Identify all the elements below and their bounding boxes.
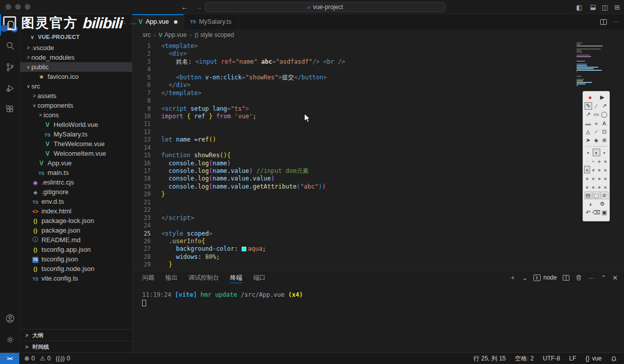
- select-cursor-tool-icon[interactable]: ➤: [585, 136, 592, 144]
- code-line[interactable]: 1<template>: [132, 42, 624, 50]
- extensions-icon[interactable]: [0, 99, 20, 120]
- code-line[interactable]: 6 </div>: [132, 81, 624, 89]
- rect-filled-tool-icon[interactable]: ▬: [585, 119, 592, 127]
- minimap[interactable]: [576, 42, 604, 86]
- record-tool-icon[interactable]: ●: [587, 94, 594, 101]
- code-line[interactable]: 17 console.log(name.value) //input dom元素: [132, 167, 624, 175]
- source-control-icon[interactable]: [0, 57, 20, 78]
- color-2-tool-icon[interactable]: ●: [590, 166, 596, 173]
- code-line[interactable]: 22: [132, 206, 624, 214]
- terminal-output[interactable]: 11:19:24 [vite] hmr update /src/App.vue …: [132, 284, 624, 298]
- code-line[interactable]: 25<style scoped>: [132, 230, 624, 238]
- tree-item-App.vue[interactable]: VApp.vue: [20, 158, 132, 168]
- tree-item-vite.config.ts[interactable]: TSvite.config.ts: [20, 274, 132, 283]
- code-line[interactable]: 3 姓名: <input ref="name" abc="asdfasdf"/>…: [132, 58, 624, 66]
- minimize-window-button[interactable]: [15, 4, 21, 10]
- dot-4-tool-icon[interactable]: ●: [602, 157, 608, 165]
- magnifier-tool-icon[interactable]: ⊕: [601, 136, 608, 144]
- color-swatch-aqua[interactable]: [242, 247, 246, 251]
- code-line[interactable]: 18 console.log(name.value.value): [132, 175, 624, 183]
- code-line[interactable]: 9<script setup lang="ts">: [132, 105, 624, 113]
- status-item-vue[interactable]: {}vue: [586, 355, 602, 362]
- code-line[interactable]: 19 console.log(name.value.getAttribute("…: [132, 183, 624, 191]
- notifications-bell-icon[interactable]: [611, 355, 617, 362]
- toggle-primary-sidebar-icon[interactable]: ◧: [576, 4, 582, 11]
- color-8-tool-icon[interactable]: ●: [602, 174, 608, 182]
- tree-item-package-lock.json[interactable]: {}package-lock.json: [20, 216, 132, 225]
- code-line[interactable]: 14: [132, 144, 624, 152]
- code-line[interactable]: 15function showRes(){: [132, 152, 624, 159]
- back-button[interactable]: ←: [181, 3, 188, 11]
- dot-1-tool-icon[interactable]: ·: [584, 157, 590, 165]
- tree-item-assets[interactable]: >assets: [20, 91, 132, 101]
- terminal-dropdown-icon[interactable]: ⌄: [522, 274, 528, 282]
- panel-tab-调试控制台[interactable]: 调试控制台: [189, 271, 219, 284]
- shape-tool-icon[interactable]: ◬: [585, 128, 592, 135]
- size-medium-tool-icon[interactable]: ▪: [593, 149, 600, 156]
- kill-terminal-icon[interactable]: [575, 274, 582, 281]
- color-5-tool-icon[interactable]: ●: [584, 174, 590, 182]
- color-4-tool-icon[interactable]: ●: [602, 166, 608, 173]
- code-editor[interactable]: 1<template>2 <div>3 姓名: <input ref="name…: [132, 40, 624, 270]
- size-large-tool-icon[interactable]: •: [601, 149, 608, 156]
- tree-item-icons[interactable]: >icons: [20, 110, 132, 120]
- trash-tool-icon[interactable]: ⌫: [593, 209, 600, 216]
- panel-tab-输出[interactable]: 输出: [165, 271, 177, 284]
- color-11-tool-icon[interactable]: ●: [596, 183, 602, 191]
- code-line[interactable]: 23</script>: [132, 214, 624, 222]
- warnings-count[interactable]: ⚠0: [40, 355, 51, 362]
- tree-item-index.html[interactable]: <>index.html: [20, 206, 132, 216]
- maximize-panel-icon[interactable]: ⌃: [601, 274, 606, 282]
- code-line[interactable]: 7</template>: [132, 89, 624, 97]
- tree-item-tsconfig.node.json[interactable]: {}tsconfig.node.json: [20, 264, 132, 274]
- terminal-instance[interactable]: ❯ node: [533, 274, 557, 281]
- color-6-tool-icon[interactable]: ●: [590, 174, 596, 182]
- save-image-tool-icon[interactable]: ▣: [601, 209, 608, 216]
- explorer-icon[interactable]: [0, 14, 20, 35]
- tree-item-README.md[interactable]: ⓘREADME.md: [20, 235, 132, 245]
- tree-item-env.d.ts[interactable]: TSenv.d.ts: [20, 197, 132, 206]
- breadcrumb-item[interactable]: App.vue: [164, 31, 187, 38]
- color-12-tool-icon[interactable]: ●: [602, 183, 608, 191]
- tab-MySalary.ts[interactable]: TSMySalary.ts: [184, 14, 238, 29]
- dirty-dot-icon[interactable]: [174, 20, 177, 24]
- tree-item-.gitignore[interactable]: ◆.gitignore: [20, 187, 132, 197]
- tree-item-MySalary.ts[interactable]: TSMySalary.ts: [20, 129, 132, 139]
- ellipse-tool-icon[interactable]: ◯: [601, 111, 608, 118]
- code-line[interactable]: 8: [132, 97, 624, 105]
- status-item-UTF-8[interactable]: UTF-8: [543, 355, 560, 362]
- sidebar-section-大纲[interactable]: >大纲: [20, 329, 132, 341]
- contrast-tool-icon[interactable]: ◑: [587, 200, 594, 208]
- tree-item-.vscode[interactable]: >.vscode: [20, 43, 132, 53]
- project-root-row[interactable]: ∨ VUE-PROJECT: [20, 32, 132, 42]
- run-debug-icon[interactable]: [0, 78, 20, 99]
- tree-item-node-modules[interactable]: >node_modules: [20, 53, 132, 62]
- close-panel-icon[interactable]: ✕: [612, 274, 618, 282]
- tree-item-components[interactable]: ∨components: [20, 101, 132, 110]
- check-tool-icon[interactable]: ✓: [593, 128, 600, 135]
- split-editor-icon[interactable]: [600, 19, 607, 25]
- account-icon[interactable]: [0, 308, 20, 329]
- code-line[interactable]: 24: [132, 222, 624, 230]
- size-small-tool-icon[interactable]: •: [585, 149, 592, 156]
- color-3-tool-icon[interactable]: ●: [596, 166, 602, 173]
- command-center-search[interactable]: ⌕ vue-project: [205, 2, 445, 12]
- search-sidebar-icon[interactable]: [0, 35, 20, 57]
- tree-item-TheWelcome.vue[interactable]: VTheWelcome.vue: [20, 139, 132, 149]
- code-line[interactable]: 12: [132, 128, 624, 136]
- tree-item-WelcomeItem.vue[interactable]: VWelcomeItem.vue: [20, 149, 132, 158]
- code-line[interactable]: 26 .userInfo{: [132, 238, 624, 245]
- code-line[interactable]: 2 <div>: [132, 50, 624, 58]
- tree-item-tsconfig.json[interactable]: TStsconfig.json: [20, 254, 132, 264]
- split-terminal-icon[interactable]: [563, 275, 569, 281]
- status-item-空格--2[interactable]: 空格: 2: [515, 354, 533, 363]
- panel-tab-终端[interactable]: 终端: [230, 271, 242, 284]
- new-terminal-button[interactable]: ＋: [510, 273, 516, 282]
- status-item-LF[interactable]: LF: [569, 355, 576, 362]
- toggle-secondary-sidebar-icon[interactable]: ◫: [602, 4, 608, 11]
- code-line[interactable]: 11: [132, 120, 624, 128]
- tree-item-src[interactable]: ∨src: [20, 81, 132, 91]
- forward-button[interactable]: →: [195, 3, 202, 11]
- code-line[interactable]: 28 widows: 80%;: [132, 253, 624, 261]
- rectangle-tool-icon[interactable]: ▭: [593, 111, 600, 118]
